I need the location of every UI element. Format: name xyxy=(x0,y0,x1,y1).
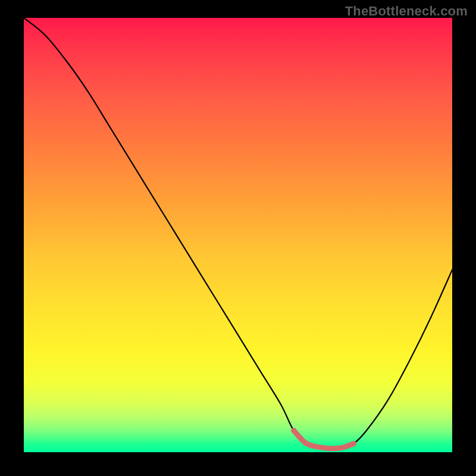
chart-frame: TheBottleneck.com xyxy=(0,0,476,476)
optimal-range-highlight xyxy=(24,18,452,452)
plot-area xyxy=(24,18,452,452)
watermark-text: TheBottleneck.com xyxy=(345,4,468,19)
